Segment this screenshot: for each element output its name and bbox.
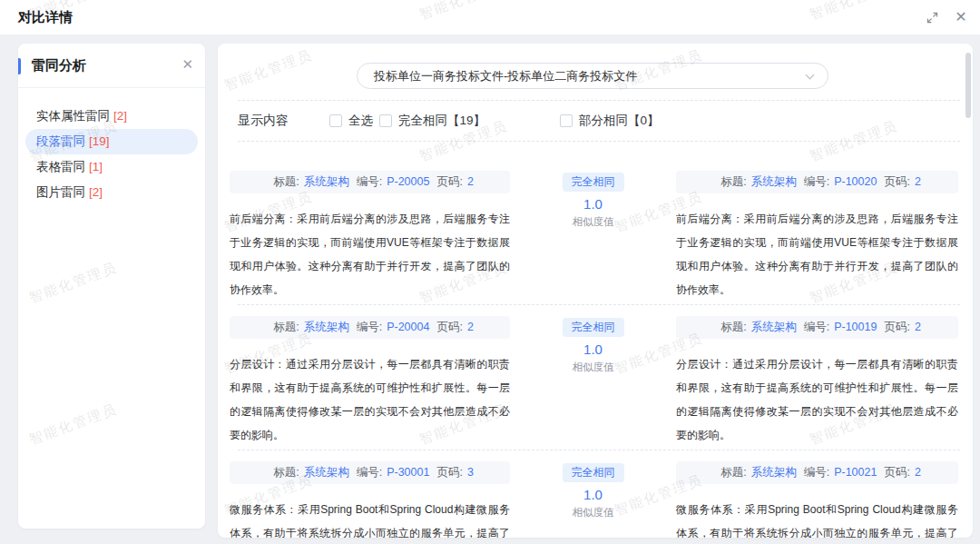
comparison-row: 标题:系统架构编号:P-20005页码:2 前后端分离：采用前后端分离的涉及思路… — [218, 171, 973, 316]
similarity-value-label: 相似度值 — [510, 361, 676, 374]
similarity-badge: 完全相同 — [563, 173, 624, 192]
similarity-block: 完全相同 1.0 相似度值 — [510, 316, 676, 374]
code-field-label: 编号: — [357, 175, 382, 188]
left-paragraph-block: 标题:系统架构编号:P-20004页码:2 分层设计：通过采用分层设计，每一层都… — [230, 316, 510, 447]
paragraph-text: 前后端分离：采用前后端分离的涉及思路，后端服务专注于业务逻辑的实现，而前端使用V… — [676, 207, 958, 302]
item-count: [19] — [89, 134, 110, 148]
paragraph-title-link[interactable]: 系统架构 — [751, 175, 797, 188]
paragraph-code-link[interactable]: P-30001 — [387, 466, 429, 479]
code-field-label: 编号: — [804, 466, 829, 479]
paragraph-title-link[interactable]: 系统架构 — [304, 466, 349, 479]
paragraph-page-link[interactable]: 2 — [467, 321, 474, 333]
paragraph-title-link[interactable]: 系统架构 — [751, 466, 797, 479]
code-field-label: 编号: — [804, 175, 829, 188]
right-paragraph-block: 标题:系统架构编号:P-10021页码:2 微服务体系：采用Spring Boo… — [676, 461, 958, 538]
sidebar-item-2[interactable]: 表格雷同[1] — [25, 154, 198, 180]
comparison-detail-panel: 投标单位一商务投标文件-投标单位二商务投标文件 显示内容 全选 完全相同【19】… — [218, 44, 973, 538]
page-field-label: 页码: — [436, 175, 462, 188]
left-paragraph-block: 标题:系统架构编号:P-30001页码:3 微服务体系：采用Spring Boo… — [230, 461, 510, 538]
title-field-label: 标题: — [720, 466, 746, 479]
paragraph-header: 标题:系统架构编号:P-20005页码:2 — [230, 171, 510, 193]
doc-pair-select-value: 投标单位一商务投标文件-投标单位二商务投标文件 — [374, 69, 637, 83]
paragraph-text: 微服务体系：采用Spring Boot和Spring Cloud构建微服务体系，… — [676, 498, 958, 538]
page-field-label: 页码: — [884, 466, 909, 479]
filter-checkbox-1[interactable]: 完全相同【19】 — [379, 113, 485, 129]
paragraph-code-link[interactable]: P-20005 — [387, 175, 429, 188]
divider — [238, 100, 960, 101]
similarity-value: 1.0 — [510, 487, 676, 502]
code-field-label: 编号: — [357, 466, 382, 479]
similarity-value: 1.0 — [510, 196, 676, 212]
left-paragraph-block: 标题:系统架构编号:P-20005页码:2 前后端分离：采用前后端分离的涉及思路… — [230, 171, 510, 302]
similarity-value-label: 相似度值 — [510, 506, 676, 519]
panel-close-button[interactable]: ✕ — [181, 56, 193, 73]
title-field-label: 标题: — [273, 175, 299, 188]
item-count: [2] — [89, 185, 103, 199]
close-icon: ✕ — [955, 10, 966, 25]
panel-header: 雷同分析 ✕ — [18, 44, 205, 88]
title-accent-bar — [18, 58, 21, 74]
paragraph-title-link[interactable]: 系统架构 — [304, 321, 349, 333]
paragraph-page-link[interactable]: 2 — [915, 321, 921, 333]
similarity-analysis-panel: 雷同分析 ✕ 实体属性雷同[2] 段落雷同[19] 表格雷同[1] 图片雷同[2… — [18, 44, 205, 529]
title-field-label: 标题: — [720, 175, 746, 188]
filter-checkbox-0[interactable]: 全选 — [329, 113, 373, 129]
paragraph-page-link[interactable]: 3 — [467, 466, 474, 479]
divider — [238, 450, 960, 450]
paragraph-header: 标题:系统架构编号:P-10019页码:2 — [676, 316, 958, 339]
paragraph-header: 标题:系统架构编号:P-10020页码:2 — [676, 171, 958, 193]
paragraph-page-link[interactable]: 2 — [467, 175, 474, 188]
similarity-value-label: 相似度值 — [510, 215, 676, 229]
sidebar-item-3[interactable]: 图片雷同[2] — [25, 180, 198, 205]
divider — [238, 304, 960, 305]
checkbox-icon[interactable] — [379, 114, 392, 127]
title-field-label: 标题: — [273, 321, 299, 333]
paragraph-text: 微服务体系：采用Spring Boot和Spring Cloud构建微服务体系，… — [230, 498, 510, 538]
paragraph-text: 分层设计：通过采用分层设计，每一层都具有清晰的职责和界限，这有助于提高系统的可维… — [230, 352, 510, 447]
item-count: [2] — [113, 109, 127, 123]
page-field-label: 页码: — [436, 321, 462, 333]
page-field-label: 页码: — [884, 321, 909, 333]
fullscreen-icon — [926, 11, 939, 25]
paragraph-code-link[interactable]: P-20004 — [387, 321, 429, 333]
similarity-badge: 完全相同 — [563, 463, 624, 482]
page-field-label: 页码: — [436, 466, 462, 479]
fullscreen-button[interactable] — [924, 9, 940, 25]
paragraph-page-link[interactable]: 2 — [915, 175, 921, 188]
page-title: 对比详情 — [18, 9, 73, 26]
paragraph-title-link[interactable]: 系统架构 — [751, 321, 797, 333]
sidebar-item-1[interactable]: 段落雷同[19] — [25, 129, 198, 154]
title-field-label: 标题: — [273, 466, 299, 479]
page-body: 雷同分析 ✕ 实体属性雷同[2] 段落雷同[19] 表格雷同[1] 图片雷同[2… — [0, 35, 980, 544]
paragraph-code-link[interactable]: P-10019 — [834, 321, 877, 333]
checkbox-icon[interactable] — [329, 114, 342, 127]
code-field-label: 编号: — [804, 321, 829, 333]
similarity-block: 完全相同 1.0 相似度值 — [510, 171, 676, 229]
similarity-block: 完全相同 1.0 相似度值 — [510, 461, 676, 519]
paragraph-code-link[interactable]: P-10020 — [834, 175, 877, 188]
code-field-label: 编号: — [357, 321, 382, 333]
display-content-label: 显示内容 — [238, 113, 289, 129]
right-paragraph-block: 标题:系统架构编号:P-10019页码:2 分层设计：通过采用分层设计，每一层都… — [676, 316, 958, 447]
paragraph-header: 标题:系统架构编号:P-20004页码:2 — [230, 316, 510, 339]
similarity-badge: 完全相同 — [563, 318, 624, 337]
paragraph-header: 标题:系统架构编号:P-10021页码:2 — [676, 461, 958, 484]
close-button[interactable]: ✕ — [953, 9, 969, 25]
paragraph-page-link[interactable]: 2 — [915, 466, 921, 479]
filter-checkbox-2[interactable]: 部分相同【0】 — [560, 113, 660, 129]
sidebar-item-0[interactable]: 实体属性雷同[2] — [25, 104, 198, 129]
checkbox-icon[interactable] — [560, 114, 573, 127]
right-paragraph-block: 标题:系统架构编号:P-10020页码:2 前后端分离：采用前后端分离的涉及思路… — [676, 171, 958, 302]
paragraph-title-link[interactable]: 系统架构 — [304, 175, 349, 188]
divider — [238, 141, 960, 142]
page-field-label: 页码: — [884, 175, 909, 188]
paragraph-text: 前后端分离：采用前后端分离的涉及思路，后端服务专注于业务逻辑的实现，而前端使用V… — [230, 207, 510, 302]
window-header: 对比详情 ✕ — [0, 0, 980, 35]
item-count: [1] — [89, 160, 103, 173]
title-field-label: 标题: — [720, 321, 746, 333]
comparison-row: 标题:系统架构编号:P-30001页码:3 微服务体系：采用Spring Boo… — [218, 461, 973, 538]
similarity-value: 1.0 — [510, 341, 676, 357]
paragraph-code-link[interactable]: P-10021 — [834, 466, 877, 479]
doc-pair-select[interactable]: 投标单位一商务投标文件-投标单位二商务投标文件 — [357, 63, 828, 89]
scrollbar-thumb[interactable] — [965, 53, 971, 118]
